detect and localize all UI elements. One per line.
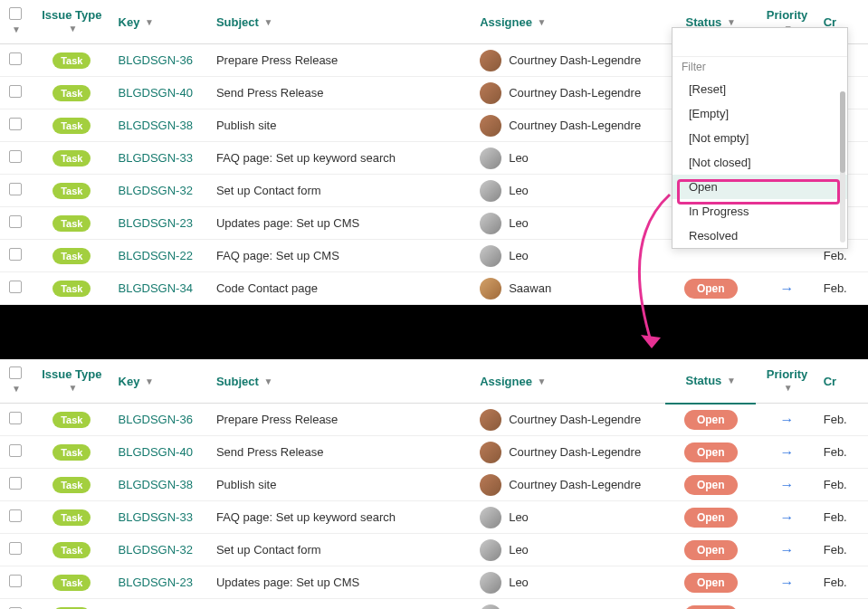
dropdown-icon[interactable]: ▼ [12,24,21,34]
row-checkbox[interactable] [9,477,22,490]
assignee-name: Leo [509,249,529,262]
row-checkbox[interactable] [9,444,22,457]
filter-option[interactable]: In Progress [672,199,847,224]
issue-key-link[interactable]: BLGDSGN-36 [119,413,193,426]
table-row[interactable]: TaskBLGDSGN-40Send Press ReleaseCourtney… [0,436,868,469]
issue-subject[interactable]: Prepare Press Release [216,413,338,426]
avatar [480,82,501,104]
filter-option[interactable]: [Reset] [672,77,847,101]
table-row[interactable]: TaskBLGDSGN-23Updates page: Set up CMSLe… [0,566,868,599]
col-assignee[interactable]: Assignee ▼ [474,359,665,404]
table-row[interactable]: TaskBLGDSGN-36Prepare Press ReleaseCourt… [0,404,868,436]
status-badge[interactable]: Open [684,573,738,593]
status-badge[interactable]: Open [684,508,738,528]
select-all-checkbox[interactable] [9,7,22,20]
col-issue-type[interactable]: Issue Type ▼ [31,359,112,404]
row-checkbox[interactable] [9,52,22,65]
issue-key-link[interactable]: BLGDSGN-38 [119,478,193,491]
row-checkbox[interactable] [9,85,22,98]
row-checkbox[interactable] [9,509,22,522]
issue-subject[interactable]: Send Press Release [216,445,324,459]
priority-arrow-icon: → [780,575,795,590]
col-priority[interactable]: Priority ▼ [756,359,817,404]
priority-arrow-icon: → [780,444,795,460]
issue-subject[interactable]: Updates page: Set up CMS [216,216,359,230]
avatar [480,213,501,234]
issue-type-badge: Task [52,85,91,101]
dropdown-scrollbar[interactable] [840,91,845,243]
select-all-checkbox[interactable] [9,366,22,379]
issue-key-link[interactable]: BLGDSGN-34 [119,281,193,295]
issue-key-link[interactable]: BLGDSGN-32 [119,543,193,557]
issue-subject[interactable]: Set up Contact form [216,184,321,197]
row-checkbox[interactable] [9,248,22,261]
table-row[interactable]: TaskBLGDSGN-22FAQ page: Set up CMSLeoOpe… [0,599,868,610]
filter-option[interactable]: Open [672,175,847,199]
assignee-name: Courtney Dash-Legendre [509,478,641,491]
issue-subject[interactable]: Publish site [216,119,276,132]
issue-key-link[interactable]: BLGDSGN-40 [119,86,193,100]
issue-key-link[interactable]: BLGDSGN-33 [119,151,193,165]
assignee-name: Leo [509,543,529,557]
row-checkbox[interactable] [9,183,22,195]
issue-key-link[interactable]: BLGDSGN-22 [119,249,193,262]
row-checkbox[interactable] [9,150,22,163]
col-status[interactable]: Status ▼ [665,359,756,404]
col-subject[interactable]: Subject ▼ [211,359,474,404]
issue-key-link[interactable]: BLGDSGN-40 [119,445,193,459]
table-row[interactable]: TaskBLGDSGN-38Publish siteCourtney Dash-… [0,469,868,501]
issue-type-badge: Task [52,183,91,199]
col-issue-type[interactable]: Issue Type ▼ [31,0,112,44]
col-key[interactable]: Key ▼ [113,0,211,44]
status-badge[interactable]: Open [684,279,738,299]
col-key[interactable]: Key ▼ [113,359,211,404]
issue-key-link[interactable]: BLGDSGN-32 [119,184,193,197]
filter-search-input[interactable] [685,32,841,52]
status-badge[interactable]: Open [684,410,738,430]
filter-option[interactable]: [Empty] [672,101,847,126]
issue-subject[interactable]: Publish site [216,478,276,491]
row-checkbox[interactable] [9,118,22,130]
status-badge[interactable]: Open [684,540,738,560]
priority-arrow-icon: → [780,542,795,557]
issue-subject[interactable]: FAQ page: Set up keyword search [216,510,396,524]
issue-subject[interactable]: Set up Contact form [216,543,321,557]
issue-type-badge: Task [52,542,91,558]
issue-key-link[interactable]: BLGDSGN-38 [119,119,193,132]
row-checkbox[interactable] [9,412,22,424]
issue-subject[interactable]: FAQ page: Set up CMS [216,249,339,262]
avatar [480,442,501,463]
row-checkbox[interactable] [9,542,22,555]
row-checkbox[interactable] [9,575,22,587]
issue-subject[interactable]: Prepare Press Release [216,53,338,67]
filter-option[interactable]: Resolved [672,224,847,248]
table-row[interactable]: TaskBLGDSGN-34Code Contact pageSaawanOpe… [0,272,868,305]
table-row[interactable]: TaskBLGDSGN-32Set up Contact formLeoOpen… [0,534,868,566]
issue-subject[interactable]: Send Press Release [216,86,324,100]
created-date: Feb. [824,445,847,459]
status-filter-dropdown: Filter [Reset][Empty][Not empty][Not clo… [672,27,848,249]
dropdown-icon[interactable]: ▼ [12,384,21,394]
status-badge[interactable]: Open [684,475,738,495]
col-assignee[interactable]: Assignee ▼ [474,0,665,44]
issue-subject[interactable]: Code Contact page [216,281,318,295]
issue-subject[interactable]: Updates page: Set up CMS [216,576,359,589]
filter-option[interactable]: [Not empty] [672,126,847,150]
issue-type-badge: Task [52,412,91,428]
avatar [480,409,501,431]
row-checkbox[interactable] [9,215,22,228]
col-subject[interactable]: Subject ▼ [211,0,474,44]
col-created[interactable]: Cr [818,359,868,404]
avatar [480,572,501,594]
issue-key-link[interactable]: BLGDSGN-36 [119,53,193,67]
issue-type-badge: Task [52,215,91,232]
status-badge[interactable]: Open [684,605,738,610]
status-badge[interactable]: Open [684,442,738,462]
issue-subject[interactable]: FAQ page: Set up keyword search [216,151,396,165]
issue-key-link[interactable]: BLGDSGN-23 [119,576,193,589]
table-row[interactable]: TaskBLGDSGN-33FAQ page: Set up keyword s… [0,501,868,534]
filter-option[interactable]: [Not closed] [672,150,847,175]
issue-key-link[interactable]: BLGDSGN-23 [119,216,193,230]
issue-key-link[interactable]: BLGDSGN-33 [119,510,193,524]
row-checkbox[interactable] [9,281,22,293]
